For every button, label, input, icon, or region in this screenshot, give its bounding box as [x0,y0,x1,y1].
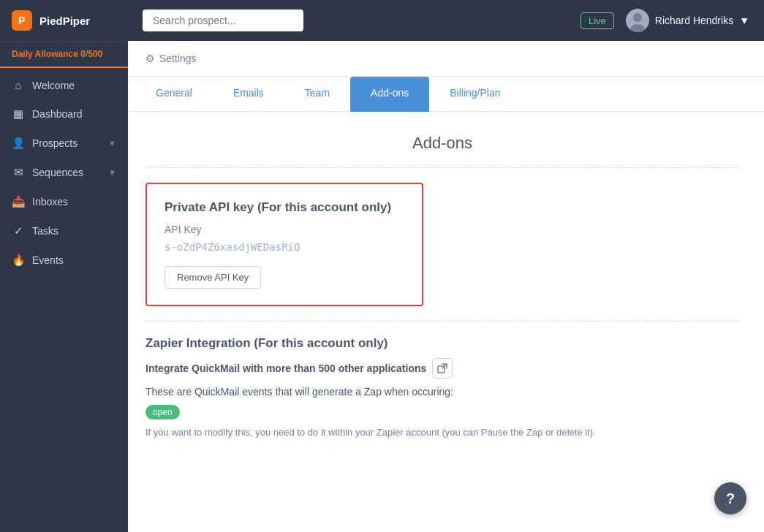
welcome-icon: ⌂ [12,79,25,91]
user-dropdown-icon: ▼ [739,15,749,26]
settings-header: ⚙ Settings [128,41,764,77]
search-input[interactable] [143,10,303,31]
logo-icon: P [12,10,32,31]
sidebar-item-dashboard[interactable]: ▦ Dashboard [0,99,128,129]
sidebar-item-inboxes-label: Inboxes [32,196,68,208]
sidebar-item-tasks-label: Tasks [32,225,58,237]
sidebar: P PiedPiper Daily Allowance 0/500 ⌂ Welc… [0,0,128,532]
tab-billing[interactable]: Billing/Plan [429,77,521,111]
sidebar-item-tasks[interactable]: ✓ Tasks [0,216,128,246]
user-info[interactable]: Richard Hendriks ▼ [626,9,749,32]
sidebar-item-events[interactable]: 🔥 Events [0,246,128,275]
tasks-icon: ✓ [12,224,25,238]
tab-emails[interactable]: Emails [213,77,284,111]
external-link-icon[interactable] [432,358,453,379]
live-badge: Live [580,12,614,29]
api-key-value: s-oZdP4Z6xasdjWEDasRiQ [164,241,404,253]
sidebar-item-welcome-label: Welcome [32,80,75,91]
prospects-icon: 👤 [12,137,25,150]
remove-api-key-button[interactable]: Remove API Key [164,266,261,289]
page-area: ⚙ Settings General Emails Team Add-ons B… [128,41,764,532]
api-key-card: Private API key (For this account only) … [145,183,423,306]
sequences-icon: ✉ [12,166,25,179]
daily-allowance: Daily Allowance 0/500 [0,42,128,68]
sequences-expand-icon: ▼ [108,168,116,177]
sidebar-item-inboxes[interactable]: 📥 Inboxes [0,187,128,216]
zapier-integrate-label: Integrate QuickMail with more than 500 o… [145,362,426,374]
help-button[interactable]: ? [714,482,746,514]
tab-team[interactable]: Team [284,77,350,111]
sidebar-item-welcome[interactable]: ⌂ Welcome [0,71,128,99]
events-icon: 🔥 [12,254,25,267]
divider-middle [145,321,739,322]
api-key-title: Private API key (For this account only) [164,200,404,215]
page-title: Add-ons [145,134,739,153]
sidebar-item-prospects-label: Prospects [32,137,77,149]
zapier-integrate-row: Integrate QuickMail with more than 500 o… [145,358,739,379]
prospects-expand-icon: ▼ [108,139,116,148]
divider-top [145,167,739,168]
api-key-label: API Key [164,224,404,235]
main-content: Live Richard Hendriks ▼ ⚙ Settings Gener… [128,0,764,532]
dashboard-icon: ▦ [12,107,25,121]
settings-label: Settings [159,53,197,64]
daily-allowance-total: 500 [88,49,102,59]
sidebar-item-events-label: Events [32,254,64,266]
sidebar-item-prospects[interactable]: 👤 Prospects ▼ [0,129,128,158]
daily-allowance-used: 0 [80,49,86,59]
zapier-events-desc: These are QuickMail events that will gen… [145,386,739,398]
status-badge: open [145,405,180,419]
zapier-title: Zapier Integration (For this account onl… [145,336,739,351]
sidebar-logo: P PiedPiper [0,0,128,42]
daily-allowance-label: Daily Allowance [12,49,78,59]
sidebar-item-sequences-label: Sequences [32,167,83,178]
avatar [626,9,649,32]
zapier-note: If you want to modify this, you need to … [145,427,739,438]
svg-point-1 [633,13,642,22]
sidebar-item-sequences[interactable]: ✉ Sequences ▼ [0,158,128,187]
user-name: Richard Hendriks [655,15,733,26]
topbar: Live Richard Hendriks ▼ [128,0,764,41]
app-name: PiedPiper [39,15,90,27]
inboxes-icon: 📥 [12,195,25,208]
tab-general[interactable]: General [135,77,213,111]
gear-icon: ⚙ [145,53,155,64]
page-content: Add-ons Private API key (For this accoun… [128,112,757,460]
zapier-section: Zapier Integration (For this account onl… [145,336,739,438]
tab-addons[interactable]: Add-ons [350,77,429,112]
tabs-bar: General Emails Team Add-ons Billing/Plan [128,77,764,112]
sidebar-item-dashboard-label: Dashboard [32,108,83,120]
